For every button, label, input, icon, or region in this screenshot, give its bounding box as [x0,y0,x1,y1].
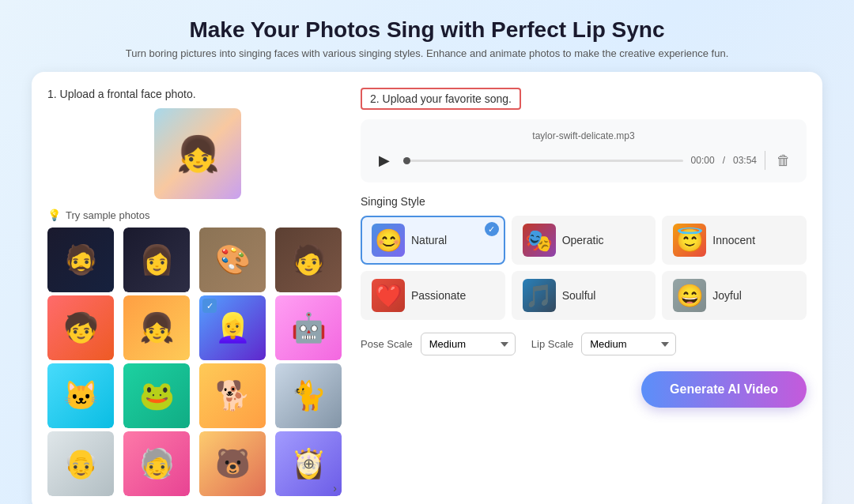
list-item[interactable]: 🐻 [199,431,266,496]
style-thumb-joyful: 😄 [673,279,706,312]
scales-row: Pose Scale Low Medium High Lip Scale Low… [361,333,807,355]
list-item[interactable]: 👱‍♀️ ✓ [199,295,266,360]
chevron-down-icon[interactable]: › [333,482,337,495]
pose-scale-label: Pose Scale [361,338,413,350]
right-panel: 2. Upload your favorite song. taylor-swi… [361,88,807,496]
audio-controls: ▶ 00:00 / 03:54 🗑 [373,149,794,171]
list-item[interactable]: 👩 [123,228,190,292]
style-thumb-natural: 😊 [372,224,405,257]
pose-scale-group: Pose Scale Low Medium High [361,333,516,355]
lip-scale-select[interactable]: Low Medium High [581,333,676,355]
style-card-natural[interactable]: 😊 Natural ✓ [361,216,505,265]
style-name-natural: Natural [411,234,447,246]
try-sample-label: Try sample photos [66,209,149,221]
main-photo-preview: 👧 [154,108,241,199]
play-button[interactable]: ▶ [373,149,395,171]
list-item[interactable]: 🧑 [275,228,342,292]
upload-song-label: 2. Upload your favorite song. [361,88,521,110]
list-item[interactable]: 🐈 [275,363,342,428]
style-name-innocent: Innocent [712,234,755,246]
style-thumb-soulful: 🎵 [523,279,556,312]
photo-selected-check: ✓ [202,299,217,313]
photo-grid: 🧔 👩 🎨 🧑 🧒 👧 👱‍♀️ ✓ 🤖 [47,228,348,496]
audio-total-time: 03:54 [733,155,757,166]
audio-separator: / [723,155,725,166]
style-card-joyful[interactable]: 😄 Joyful [662,271,807,320]
list-item[interactable]: 🎨 [199,228,266,292]
style-card-passionate[interactable]: ❤️ Passionate [361,271,505,320]
upload-photo-label: 1. Upload a frontal face photo. [47,88,348,100]
style-card-operatic[interactable]: 🎭 Operatic [512,216,656,265]
pose-scale-select[interactable]: Low Medium High [421,333,516,355]
main-container: 1. Upload a frontal face photo. 👧 💡 Try … [32,72,822,504]
style-name-passionate: Passionate [411,289,466,302]
style-card-soulful[interactable]: 🎵 Soulful [512,271,656,320]
style-grid: 😊 Natural ✓ 🎭 Operatic 😇 Innocent ❤️ Pas… [361,216,807,320]
list-item[interactable]: 🤖 [275,295,342,360]
delete-audio-button[interactable]: 🗑 [773,152,794,169]
list-item[interactable]: 👴 [47,431,114,496]
style-selected-check: ✓ [485,222,499,236]
try-sample-row: 💡 Try sample photos [47,209,348,221]
style-thumb-innocent: 😇 [673,224,706,257]
generate-ai-video-button[interactable]: Generate AI Video [641,371,807,408]
main-photo-area: 👧 [47,108,348,199]
list-item[interactable]: 🧒 [47,295,114,360]
audio-progress-dot [403,157,410,164]
list-item[interactable]: 🐕 [199,363,266,428]
list-item[interactable]: 🧓 [123,431,190,496]
list-item[interactable]: 🐸 [123,363,190,428]
add-photo-icon[interactable]: ⊕ [297,453,319,475]
lip-scale-group: Lip Scale Low Medium High [531,333,676,355]
style-card-innocent[interactable]: 😇 Innocent [662,216,807,265]
page-title: Make Your Photos Sing with Perfect Lip S… [0,0,854,47]
audio-divider [765,151,765,170]
style-thumb-operatic: 🎭 [523,224,556,257]
style-name-soulful: Soulful [562,289,596,302]
lip-scale-label: Lip Scale [531,338,573,350]
list-item[interactable]: 🐱 [47,363,114,428]
style-name-joyful: Joyful [712,289,742,302]
audio-current-time: 00:00 [691,155,715,166]
left-panel: 1. Upload a frontal face photo. 👧 💡 Try … [47,88,348,496]
style-thumb-passionate: ❤️ [372,279,405,312]
audio-progress-bar[interactable] [403,160,683,162]
audio-player: taylor-swift-delicate.mp3 ▶ 00:00 / 03:5… [361,119,807,182]
list-item[interactable]: 🧔 [47,228,114,292]
style-name-operatic: Operatic [562,234,604,246]
list-item[interactable]: 👸 ⊕ › [275,431,342,496]
bulb-icon: 💡 [47,209,61,221]
main-face-emoji: 👧 [154,108,241,199]
list-item[interactable]: 👧 [123,295,190,360]
page-subtitle: Turn boring pictures into singing faces … [0,47,854,59]
audio-filename: taylor-swift-delicate.mp3 [373,130,794,141]
singing-style-label: Singing Style [361,195,807,208]
